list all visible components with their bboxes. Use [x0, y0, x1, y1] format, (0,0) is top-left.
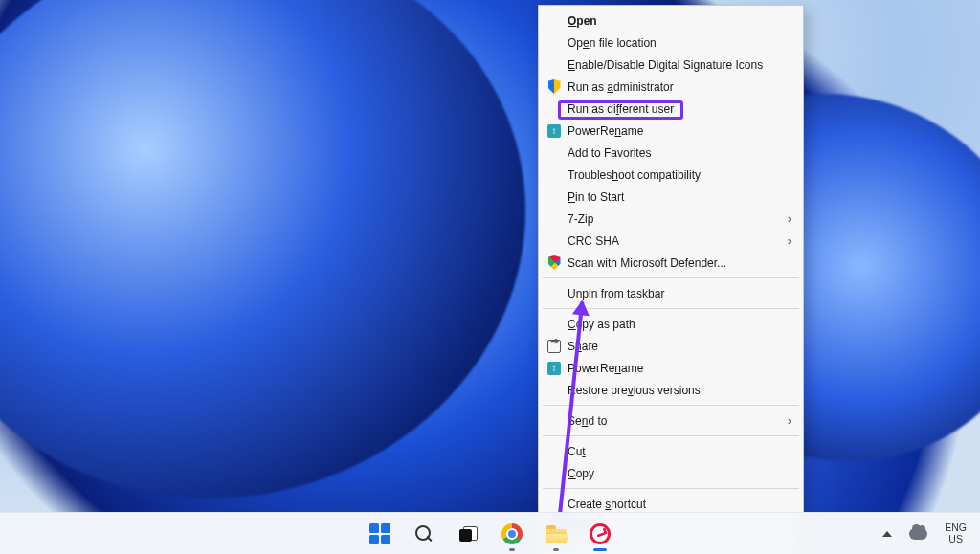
- ctx-send-to[interactable]: Send to›: [541, 410, 801, 432]
- defender-shield-icon: [546, 255, 562, 271]
- share-icon: [546, 339, 562, 354]
- ctx-enable-disable-signature[interactable]: Enable/Disable Digital Signature Icons: [541, 54, 801, 76]
- ctx-add-to-favorites[interactable]: Add to Favorites: [541, 142, 801, 164]
- powerrename-icon: [546, 123, 562, 139]
- taskbar-app-active[interactable]: [581, 515, 619, 553]
- ctx-troubleshoot-compatibility[interactable]: Troubleshoot compatibility: [541, 164, 801, 186]
- chevron-right-icon: ›: [788, 234, 791, 247]
- file-explorer-icon: [546, 525, 567, 543]
- chrome-icon: [501, 523, 523, 544]
- ctx-run-as-administrator[interactable]: Run as administrator: [541, 76, 801, 98]
- taskbar: ENG US: [0, 512, 980, 554]
- ctx-crc-sha[interactable]: CRC SHA›: [541, 230, 801, 252]
- ctx-scan-defender[interactable]: Scan with Microsoft Defender...: [541, 252, 801, 274]
- start-button[interactable]: [361, 515, 399, 553]
- windows-logo-icon: [369, 523, 390, 544]
- task-view-button[interactable]: [449, 515, 487, 553]
- ctx-7zip[interactable]: 7-Zip›: [541, 208, 801, 230]
- context-menu-separator: [543, 488, 799, 489]
- app-red-icon: [590, 523, 611, 544]
- ctx-cut[interactable]: Cut: [541, 440, 801, 462]
- context-menu: Open Open file location Enable/Disable D…: [538, 5, 804, 554]
- taskbar-app-chrome[interactable]: [493, 515, 531, 553]
- chevron-up-icon: [882, 531, 892, 537]
- ctx-copy[interactable]: Copy: [541, 462, 801, 484]
- chevron-right-icon: ›: [788, 212, 791, 225]
- ctx-restore-previous-versions[interactable]: Restore previous versions: [541, 379, 801, 401]
- cloud-icon: [909, 528, 927, 540]
- language-top: ENG: [945, 522, 967, 533]
- task-view-icon: [459, 526, 478, 542]
- context-menu-separator: [543, 277, 799, 278]
- ctx-pin-to-start[interactable]: Pin to Start: [541, 186, 801, 208]
- annotation-highlight-box: [558, 100, 683, 120]
- tray-overflow-button[interactable]: [879, 518, 896, 550]
- chevron-right-icon: ›: [788, 414, 791, 427]
- search-button[interactable]: [405, 515, 443, 553]
- tray-onedrive-button[interactable]: [905, 518, 931, 550]
- shield-icon: [546, 79, 562, 95]
- ctx-open-file-location[interactable]: Open file location: [541, 32, 801, 54]
- taskbar-app-explorer[interactable]: [537, 515, 575, 553]
- language-indicator[interactable]: ENG US: [941, 518, 970, 550]
- context-menu-separator: [543, 435, 799, 436]
- ctx-powerrename-2[interactable]: PowerRename: [541, 357, 801, 379]
- ctx-powerrename[interactable]: PowerRename: [541, 120, 801, 142]
- search-icon: [415, 525, 433, 543]
- context-menu-separator: [543, 405, 799, 406]
- ctx-open[interactable]: Open: [541, 10, 801, 32]
- desktop-wallpaper: [0, 0, 980, 512]
- language-bottom: US: [945, 534, 967, 544]
- taskbar-tray: ENG US: [879, 518, 970, 550]
- taskbar-center-icons: [361, 515, 619, 553]
- powerrename-icon: [546, 361, 562, 376]
